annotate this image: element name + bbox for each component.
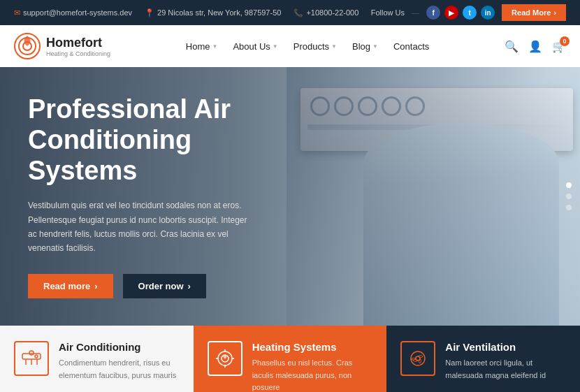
slider-dot-1[interactable] [566,182,572,188]
nav-blog[interactable]: Blog ▼ [352,41,378,52]
social-icons-group: f ▶ t in [426,6,495,20]
nav-about[interactable]: About Us ▼ [233,41,277,52]
arrow-right-icon: › [188,281,191,291]
air-conditioning-icon [14,341,49,376]
logo[interactable]: Homefort Heating & Conditioning [14,33,110,59]
email-contact: ✉ support@homefort-systems.dev [14,8,132,17]
nav-products[interactable]: Products ▼ [293,41,337,52]
products-caret: ▼ [331,43,337,50]
top-bar: ✉ support@homefort-systems.dev 📍 29 Nico… [0,0,580,25]
hero-section: Professional Air Conditioning Systems Ve… [0,67,580,326]
phone-contact: 📞 +10800-22-000 [293,8,358,17]
read-more-button[interactable]: Read more › [28,274,113,298]
top-bar-contacts: ✉ support@homefort-systems.dev 📍 29 Nico… [14,8,358,17]
heating-title: Heating Systems [252,341,373,353]
blog-caret: ▼ [372,43,378,50]
service-card-air-conditioning: Air Conditioning Condimentum hendrerit, … [0,326,194,392]
nav-contacts[interactable]: Contacts [393,41,429,52]
arrow-icon: › [553,8,556,17]
svg-point-7 [35,355,38,358]
address-contact: 📍 29 Nicolas str, New York, 987597-50 [145,8,281,17]
cart-badge: 0 [560,36,570,46]
logo-text: Homefort Heating & Conditioning [46,36,110,57]
heating-desc: Phasellus eu nisl lectus. Cras iaculis m… [252,357,373,392]
top-bar-social: Follow Us — f ▶ t in Read More › [371,4,566,21]
location-icon: 📍 [145,8,154,17]
nav-links: Home ▼ About Us ▼ Products ▼ Blog ▼ Cont… [186,41,430,52]
email-icon: ✉ [14,8,20,17]
about-caret: ▼ [273,43,278,50]
cart-button[interactable]: 🛒 0 [552,40,566,53]
user-button[interactable]: 👤 [528,40,542,53]
ventilation-icon [400,341,435,376]
svg-point-8 [29,351,34,355]
slider-dot-2[interactable] [566,194,572,199]
service-card-ventilation: Air Ventilation Nam laoreet orci ligula,… [386,326,580,392]
air-conditioning-title: Air Conditioning [59,341,180,353]
service-card-heating: Heating Systems Phasellus eu nisl lectus… [194,326,387,392]
hero-buttons: Read more › Order now › [28,274,307,298]
order-now-button[interactable]: Order now › [123,274,206,298]
ventilation-title: Air Ventilation [445,341,566,353]
linkedin-icon[interactable]: in [481,6,495,20]
nav-icons: 🔍 👤 🛒 0 [505,40,566,53]
ventilation-text: Air Ventilation Nam laoreet orci ligula,… [445,341,566,382]
air-conditioning-text: Air Conditioning Condimentum hendrerit, … [59,341,180,382]
home-caret: ▼ [212,43,217,50]
hero-title: Professional Air Conditioning Systems [28,94,307,186]
hero-content: Professional Air Conditioning Systems Ve… [0,94,335,298]
ventilation-desc: Nam laoreet orci ligula, ut malesuada ma… [445,357,566,382]
separator: — [412,8,419,17]
follow-label: Follow Us [371,8,405,17]
nav-home[interactable]: Home ▼ [186,41,218,52]
heating-icon [208,341,242,376]
twitter-icon[interactable]: t [463,6,477,20]
youtube-icon[interactable]: ▶ [444,6,458,20]
services-section: Air Conditioning Condimentum hendrerit, … [0,326,580,392]
topbar-read-more-button[interactable]: Read More › [502,4,566,21]
heating-text: Heating Systems Phasellus eu nisl lectus… [252,341,373,392]
logo-icon [14,33,41,59]
facebook-icon[interactable]: f [426,6,440,20]
search-button[interactable]: 🔍 [505,40,519,53]
phone-icon: 📞 [293,8,303,17]
slider-dots [566,182,572,210]
navbar: Homefort Heating & Conditioning Home ▼ A… [0,25,580,67]
hero-description: Vestibulum quis erat vel leo tincidunt s… [28,198,252,256]
air-conditioning-desc: Condimentum hendrerit, risus eu elementu… [59,357,180,382]
slider-dot-3[interactable] [566,205,572,210]
arrow-right-icon: › [94,281,97,291]
